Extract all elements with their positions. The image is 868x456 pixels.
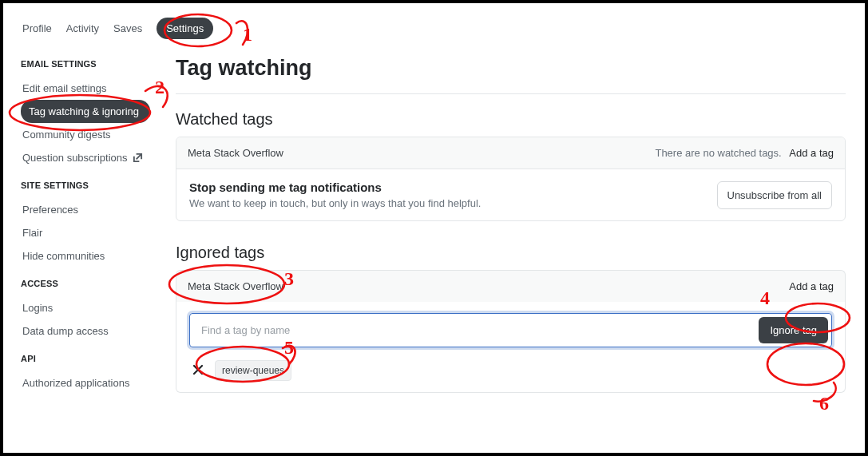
nav-hide-communities[interactable]: Hide communities <box>21 244 164 268</box>
ignored-site-name: Meta Stack Overflow <box>188 280 283 292</box>
top-tabs: Profile Activity Saves Settings <box>22 18 213 39</box>
stop-notifications-desc: We want to keep in touch, but only in wa… <box>189 197 481 209</box>
tab-saves[interactable]: Saves <box>113 22 142 34</box>
remove-tag-icon[interactable] <box>189 363 207 379</box>
nav-preferences[interactable]: Preferences <box>21 198 164 221</box>
watched-header-right: There are no watched tags. Add a tag <box>655 147 834 159</box>
nav-heading-site: SITE SETTINGS <box>21 180 164 190</box>
page-title: Tag watching <box>176 56 846 81</box>
ignored-tags-heading: Ignored tags <box>176 244 846 262</box>
ignored-add-tag-link[interactable]: Add a tag <box>789 280 834 292</box>
watched-add-tag-link[interactable]: Add a tag <box>789 147 834 159</box>
nav-heading-access: ACCESS <box>21 279 164 288</box>
tab-profile[interactable]: Profile <box>22 22 52 34</box>
divider <box>176 93 846 94</box>
unsubscribe-all-button[interactable]: Unsubscribe from all <box>717 181 833 209</box>
tag-search-input[interactable] <box>193 317 751 343</box>
sidebar: EMAIL SETTINGS Edit email settings Tag w… <box>3 11 171 453</box>
ignored-tags-card: Meta Stack Overflow Add a tag Ignore tag… <box>176 270 846 393</box>
stop-notifications-title: Stop sending me tag notifications <box>189 180 481 194</box>
nav-authorized-apps[interactable]: Authorized applications <box>21 371 164 395</box>
main-content: Tag watching Watched tags Meta Stack Ove… <box>171 11 865 453</box>
nav-data-dump[interactable]: Data dump access <box>21 319 164 343</box>
ignored-tag-row: review-queues <box>189 360 832 381</box>
nav-question-subscriptions-label: Question subscriptions <box>22 152 128 164</box>
ignore-tag-button[interactable]: Ignore tag <box>759 317 828 343</box>
tab-settings[interactable]: Settings <box>157 18 213 39</box>
nav-heading-api: API <box>21 354 164 363</box>
tab-activity[interactable]: Activity <box>66 22 99 34</box>
watched-card-body: Stop sending me tag notifications We wan… <box>176 169 845 220</box>
nav-edit-email[interactable]: Edit email settings <box>21 77 164 100</box>
watched-card-header: Meta Stack Overflow There are no watched… <box>176 137 845 169</box>
watched-site-name: Meta Stack Overflow <box>188 147 283 159</box>
nav-flair[interactable]: Flair <box>21 221 164 244</box>
watched-tags-card: Meta Stack Overflow There are no watched… <box>176 137 846 221</box>
stop-notifications-block: Stop sending me tag notifications We wan… <box>189 180 481 209</box>
ignored-tag-chip[interactable]: review-queues <box>215 360 291 381</box>
tag-input-row: Ignore tag <box>189 313 832 347</box>
watched-empty-msg: There are no watched tags. <box>655 147 781 159</box>
nav-question-subscriptions[interactable]: Question subscriptions <box>21 146 164 169</box>
external-link-icon <box>133 153 143 163</box>
watched-tags-heading: Watched tags <box>176 110 846 129</box>
nav-community-digests[interactable]: Community digests <box>21 123 164 146</box>
ignored-card-body: Ignore tag review-queues <box>176 302 846 393</box>
ignored-card-header: Meta Stack Overflow Add a tag <box>176 270 846 302</box>
nav-logins[interactable]: Logins <box>21 296 164 319</box>
nav-heading-email: EMAIL SETTINGS <box>21 59 164 69</box>
nav-tag-watching[interactable]: Tag watching & ignoring <box>21 100 150 123</box>
